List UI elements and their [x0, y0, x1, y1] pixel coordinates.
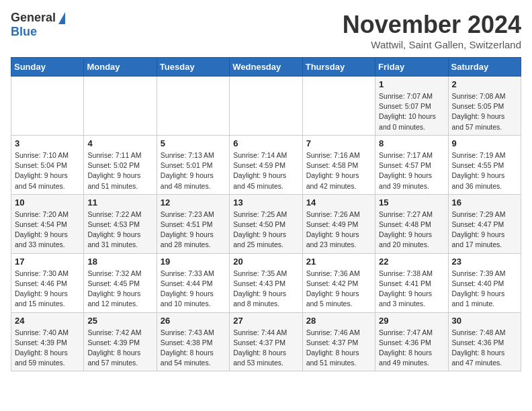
day-info: Sunrise: 7:11 AM Sunset: 5:02 PM Dayligh… — [87, 150, 152, 191]
calendar-cell: 22Sunrise: 7:38 AM Sunset: 4:41 PM Dayli… — [375, 253, 448, 312]
day-number: 22 — [379, 257, 444, 267]
calendar-week-2: 3Sunrise: 7:10 AM Sunset: 5:04 PM Daylig… — [11, 135, 521, 194]
day-number: 27 — [233, 316, 298, 326]
day-number: 17 — [15, 257, 80, 267]
calendar-cell: 14Sunrise: 7:26 AM Sunset: 4:49 PM Dayli… — [302, 194, 375, 253]
day-info: Sunrise: 7:46 AM Sunset: 4:37 PM Dayligh… — [306, 328, 371, 369]
day-number: 9 — [452, 138, 517, 148]
location-text: Wattwil, Saint Gallen, Switzerland — [343, 39, 521, 50]
day-of-week-friday: Friday — [375, 58, 448, 77]
day-info: Sunrise: 7:20 AM Sunset: 4:54 PM Dayligh… — [15, 210, 80, 250]
calendar-header: SundayMondayTuesdayWednesdayThursdayFrid… — [11, 58, 521, 77]
day-info: Sunrise: 7:36 AM Sunset: 4:42 PM Dayligh… — [306, 269, 371, 310]
day-number: 18 — [87, 257, 152, 267]
calendar-week-3: 10Sunrise: 7:20 AM Sunset: 4:54 PM Dayli… — [11, 194, 521, 253]
day-info: Sunrise: 7:35 AM Sunset: 4:43 PM Dayligh… — [233, 269, 298, 310]
calendar-cell: 15Sunrise: 7:27 AM Sunset: 4:48 PM Dayli… — [375, 194, 448, 253]
calendar-body: 1Sunrise: 7:07 AM Sunset: 5:07 PM Daylig… — [11, 77, 521, 371]
day-of-week-sunday: Sunday — [11, 58, 84, 77]
day-number: 16 — [452, 197, 517, 208]
calendar-cell: 24Sunrise: 7:40 AM Sunset: 4:39 PM Dayli… — [11, 312, 84, 371]
day-info: Sunrise: 7:27 AM Sunset: 4:48 PM Dayligh… — [379, 210, 444, 250]
day-of-week-saturday: Saturday — [448, 58, 521, 77]
calendar-cell: 11Sunrise: 7:22 AM Sunset: 4:53 PM Dayli… — [84, 194, 157, 253]
calendar-cell: 27Sunrise: 7:44 AM Sunset: 4:37 PM Dayli… — [230, 312, 302, 371]
day-info: Sunrise: 7:13 AM Sunset: 5:01 PM Dayligh… — [161, 150, 226, 191]
calendar-cell: 2Sunrise: 7:08 AM Sunset: 5:05 PM Daylig… — [448, 77, 521, 136]
calendar-cell: 20Sunrise: 7:35 AM Sunset: 4:43 PM Dayli… — [230, 253, 302, 312]
day-info: Sunrise: 7:42 AM Sunset: 4:39 PM Dayligh… — [87, 328, 152, 369]
calendar-cell — [302, 77, 375, 136]
day-info: Sunrise: 7:32 AM Sunset: 4:45 PM Dayligh… — [87, 269, 152, 310]
day-number: 3 — [15, 138, 80, 148]
day-info: Sunrise: 7:30 AM Sunset: 4:46 PM Dayligh… — [15, 269, 80, 310]
page-header: General Blue November 2024 Wattwil, Sain… — [11, 11, 521, 50]
calendar-cell: 4Sunrise: 7:11 AM Sunset: 5:02 PM Daylig… — [84, 135, 157, 194]
day-number: 14 — [306, 197, 371, 208]
day-number: 15 — [379, 197, 444, 208]
calendar-cell: 29Sunrise: 7:47 AM Sunset: 4:36 PM Dayli… — [375, 312, 448, 371]
day-number: 20 — [233, 257, 298, 267]
logo: General Blue — [11, 11, 65, 39]
calendar-week-4: 17Sunrise: 7:30 AM Sunset: 4:46 PM Dayli… — [11, 253, 521, 312]
day-number: 25 — [87, 316, 152, 326]
calendar-cell: 23Sunrise: 7:39 AM Sunset: 4:40 PM Dayli… — [448, 253, 521, 312]
calendar-cell: 17Sunrise: 7:30 AM Sunset: 4:46 PM Dayli… — [11, 253, 84, 312]
day-of-week-wednesday: Wednesday — [230, 58, 302, 77]
day-info: Sunrise: 7:08 AM Sunset: 5:05 PM Dayligh… — [452, 91, 517, 132]
calendar-cell: 9Sunrise: 7:19 AM Sunset: 4:55 PM Daylig… — [448, 135, 521, 194]
day-of-week-thursday: Thursday — [302, 58, 375, 77]
calendar-cell: 30Sunrise: 7:48 AM Sunset: 4:36 PM Dayli… — [448, 312, 521, 371]
day-number: 12 — [161, 197, 226, 208]
day-info: Sunrise: 7:17 AM Sunset: 4:57 PM Dayligh… — [379, 150, 444, 191]
calendar-cell: 5Sunrise: 7:13 AM Sunset: 5:01 PM Daylig… — [157, 135, 229, 194]
day-number: 28 — [306, 316, 371, 326]
day-number: 8 — [379, 138, 444, 148]
day-number: 1 — [379, 79, 444, 89]
day-number: 30 — [452, 316, 517, 326]
calendar-cell: 18Sunrise: 7:32 AM Sunset: 4:45 PM Dayli… — [84, 253, 157, 312]
day-info: Sunrise: 7:40 AM Sunset: 4:39 PM Dayligh… — [15, 328, 80, 369]
calendar-cell: 12Sunrise: 7:23 AM Sunset: 4:51 PM Dayli… — [157, 194, 229, 253]
day-info: Sunrise: 7:39 AM Sunset: 4:40 PM Dayligh… — [452, 269, 517, 310]
day-number: 10 — [15, 197, 80, 208]
calendar-cell: 6Sunrise: 7:14 AM Sunset: 4:59 PM Daylig… — [230, 135, 302, 194]
day-info: Sunrise: 7:19 AM Sunset: 4:55 PM Dayligh… — [452, 150, 517, 191]
day-number: 19 — [161, 257, 226, 267]
day-info: Sunrise: 7:26 AM Sunset: 4:49 PM Dayligh… — [306, 210, 371, 250]
day-number: 26 — [161, 316, 226, 326]
day-number: 5 — [161, 138, 226, 148]
day-number: 23 — [452, 257, 517, 267]
day-info: Sunrise: 7:48 AM Sunset: 4:36 PM Dayligh… — [452, 328, 517, 369]
day-info: Sunrise: 7:22 AM Sunset: 4:53 PM Dayligh… — [87, 210, 152, 250]
day-number: 24 — [15, 316, 80, 326]
logo-general-text: General — [11, 11, 56, 25]
day-number: 6 — [233, 138, 298, 148]
day-of-week-tuesday: Tuesday — [157, 58, 229, 77]
calendar-cell: 21Sunrise: 7:36 AM Sunset: 4:42 PM Dayli… — [302, 253, 375, 312]
calendar-cell — [230, 77, 302, 136]
day-info: Sunrise: 7:07 AM Sunset: 5:07 PM Dayligh… — [379, 91, 444, 132]
calendar-cell — [11, 77, 84, 136]
calendar-cell: 10Sunrise: 7:20 AM Sunset: 4:54 PM Dayli… — [11, 194, 84, 253]
day-info: Sunrise: 7:43 AM Sunset: 4:38 PM Dayligh… — [161, 328, 226, 369]
day-info: Sunrise: 7:38 AM Sunset: 4:41 PM Dayligh… — [379, 269, 444, 310]
calendar-cell: 16Sunrise: 7:29 AM Sunset: 4:47 PM Dayli… — [448, 194, 521, 253]
calendar-week-1: 1Sunrise: 7:07 AM Sunset: 5:07 PM Daylig… — [11, 77, 521, 136]
calendar-cell: 8Sunrise: 7:17 AM Sunset: 4:57 PM Daylig… — [375, 135, 448, 194]
day-number: 7 — [306, 138, 371, 148]
logo-triangle-icon — [58, 12, 65, 24]
calendar-cell: 1Sunrise: 7:07 AM Sunset: 5:07 PM Daylig… — [375, 77, 448, 136]
calendar-cell: 13Sunrise: 7:25 AM Sunset: 4:50 PM Dayli… — [230, 194, 302, 253]
calendar-cell: 3Sunrise: 7:10 AM Sunset: 5:04 PM Daylig… — [11, 135, 84, 194]
day-number: 2 — [452, 79, 517, 89]
calendar-table: SundayMondayTuesdayWednesdayThursdayFrid… — [11, 57, 521, 371]
month-title: November 2024 — [343, 11, 521, 39]
day-info: Sunrise: 7:16 AM Sunset: 4:58 PM Dayligh… — [306, 150, 371, 191]
day-info: Sunrise: 7:44 AM Sunset: 4:37 PM Dayligh… — [233, 328, 298, 369]
day-info: Sunrise: 7:47 AM Sunset: 4:36 PM Dayligh… — [379, 328, 444, 369]
calendar-cell: 7Sunrise: 7:16 AM Sunset: 4:58 PM Daylig… — [302, 135, 375, 194]
calendar-week-5: 24Sunrise: 7:40 AM Sunset: 4:39 PM Dayli… — [11, 312, 521, 371]
title-area: November 2024 Wattwil, Saint Gallen, Swi… — [343, 11, 521, 50]
calendar-cell — [84, 77, 157, 136]
